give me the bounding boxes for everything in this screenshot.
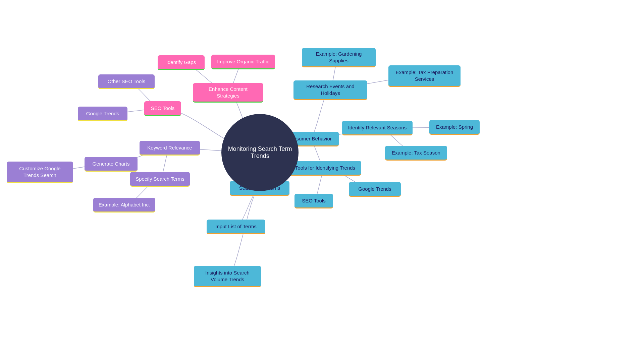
node-example-tax-prep: Example: Tax Preparation Services [388,65,461,87]
center-node: Monitoring Search Term Trends [221,114,299,191]
node-improve-traffic: Improve Organic Traffic [211,55,275,69]
node-google-trends-left: Google Trends [78,107,127,121]
node-customize-search: Customize Google Trends Search [7,162,73,183]
node-identify-gaps: Identify Gaps [158,55,205,70]
node-keyword-relevance: Keyword Relevance [140,141,200,156]
node-example-gardening: Example: Gardening Supplies [302,48,376,67]
node-insights-search: Insights into Search Volume Trends [194,266,261,287]
mindmap-canvas: Monitoring Search Term TrendsEnhance Con… [0,0,644,362]
node-specify-search: Specify Search Terms [130,172,190,187]
node-google-trends-right: Google Trends [349,182,401,197]
node-example-spring: Example: Spring [429,120,480,135]
node-example-tax-season: Example: Tax Season [385,146,447,161]
node-research-events: Research Events and Holidays [293,80,367,100]
node-seo-tools-left: SEO Tools [144,101,181,116]
node-input-list: Input List of Terms [207,220,265,234]
node-seo-tools-right: SEO Tools [294,194,333,208]
node-generate-charts: Generate Charts [85,157,138,172]
node-other-seo: Other SEO Tools [98,74,155,89]
node-tools-identifying: Tools for Identifying Trends [289,161,361,176]
node-identify-seasons: Identify Relevant Seasons [342,121,413,135]
node-example-alphabet: Example: Alphabet Inc. [93,198,155,213]
node-enhance-content: Enhance Content Strategies [193,83,263,103]
